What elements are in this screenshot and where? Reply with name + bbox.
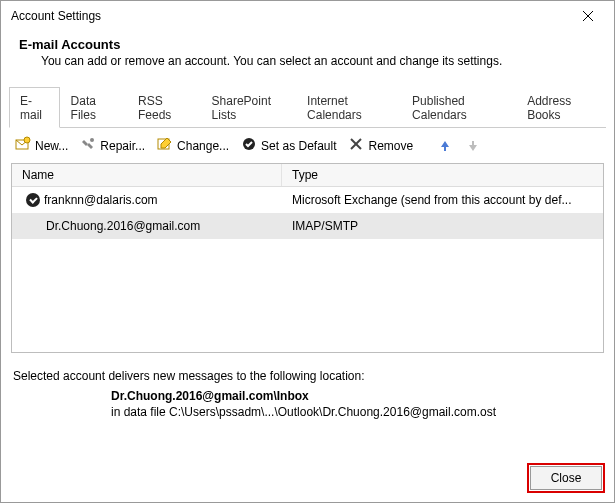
dialog-header: E-mail Accounts You can add or remove an… <box>1 31 614 80</box>
new-label: New... <box>35 139 68 153</box>
header-title: E-mail Accounts <box>19 37 596 52</box>
move-down-button[interactable] <box>461 136 485 156</box>
column-name[interactable]: Name <box>12 164 282 186</box>
envelope-new-icon <box>15 136 31 155</box>
arrow-down-icon <box>465 138 481 154</box>
accounts-toolbar: New... Repair... Change... Set as Defaul… <box>1 128 614 163</box>
tab-data-files[interactable]: Data Files <box>60 87 127 128</box>
svg-point-4 <box>90 138 94 142</box>
tab-internet-calendars[interactable]: Internet Calendars <box>296 87 401 128</box>
svg-marker-9 <box>441 141 449 151</box>
svg-point-3 <box>24 137 30 143</box>
svg-marker-10 <box>469 141 477 151</box>
default-badge-icon <box>26 193 40 207</box>
window-close-button[interactable] <box>566 2 610 30</box>
tab-published-calendars[interactable]: Published Calendars <box>401 87 516 128</box>
delivery-info: Selected account delivers new messages t… <box>1 353 614 387</box>
dialog-footer: Close <box>1 456 614 502</box>
delivery-location: Dr.Chuong.2016@gmail.com\Inbox in data f… <box>1 387 614 419</box>
change-button[interactable]: Change... <box>153 134 233 157</box>
account-name: Dr.Chuong.2016@gmail.com <box>46 219 200 233</box>
title-bar: Account Settings <box>1 1 614 31</box>
account-type: IMAP/SMTP <box>282 215 603 237</box>
check-circle-icon <box>241 136 257 155</box>
list-header: Name Type <box>12 164 603 187</box>
header-subtitle: You can add or remove an account. You ca… <box>19 54 596 68</box>
set-default-label: Set as Default <box>261 139 336 153</box>
account-row[interactable]: Dr.Chuong.2016@gmail.com IMAP/SMTP <box>12 213 603 239</box>
arrow-up-icon <box>437 138 453 154</box>
column-type[interactable]: Type <box>282 164 603 186</box>
move-up-button[interactable] <box>433 136 457 156</box>
account-name: franknn@dalaris.com <box>44 193 158 207</box>
tab-email[interactable]: E-mail <box>9 87 60 128</box>
wrench-icon <box>80 136 96 155</box>
tab-rss-feeds[interactable]: RSS Feeds <box>127 87 201 128</box>
close-button[interactable]: Close <box>530 466 602 490</box>
remove-button[interactable]: Remove <box>344 134 417 157</box>
repair-button[interactable]: Repair... <box>76 134 149 157</box>
remove-x-icon <box>348 136 364 155</box>
account-type: Microsoft Exchange (send from this accou… <box>282 189 603 211</box>
remove-label: Remove <box>368 139 413 153</box>
delivery-location-folder: Dr.Chuong.2016@gmail.com\Inbox <box>111 389 614 403</box>
account-settings-dialog: Account Settings E-mail Accounts You can… <box>0 0 615 503</box>
new-button[interactable]: New... <box>11 134 72 157</box>
tab-address-books[interactable]: Address Books <box>516 87 606 128</box>
delivery-intro: Selected account delivers new messages t… <box>13 369 602 383</box>
set-default-button[interactable]: Set as Default <box>237 134 340 157</box>
account-row[interactable]: franknn@dalaris.com Microsoft Exchange (… <box>12 187 603 213</box>
tab-sharepoint-lists[interactable]: SharePoint Lists <box>201 87 296 128</box>
change-icon <box>157 136 173 155</box>
accounts-list: Name Type franknn@dalaris.com Microsoft … <box>11 163 604 353</box>
repair-label: Repair... <box>100 139 145 153</box>
delivery-location-path: in data file C:\Users\pssadm\...\Outlook… <box>111 405 614 419</box>
window-title: Account Settings <box>11 9 566 23</box>
tab-strip: E-mail Data Files RSS Feeds SharePoint L… <box>9 86 606 128</box>
change-label: Change... <box>177 139 229 153</box>
